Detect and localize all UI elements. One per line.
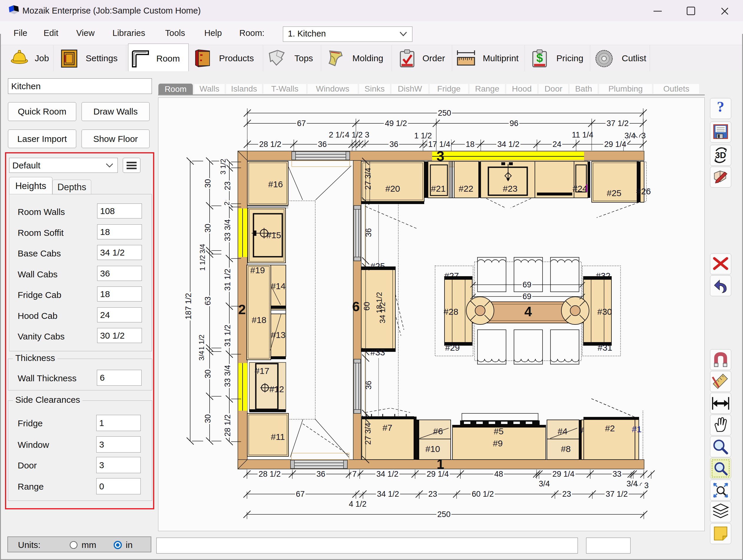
svg-text:4 1/2: 4 1/2 — [345, 130, 363, 139]
svg-text:34 1/2: 34 1/2 — [497, 140, 519, 149]
svg-text:28 1/2: 28 1/2 — [258, 470, 280, 478]
svg-text:#16: #16 — [268, 179, 283, 189]
svg-text:33: 33 — [613, 470, 621, 478]
svg-text:$: $ — [536, 51, 543, 64]
svg-text:36: 36 — [364, 228, 373, 237]
svg-text:36: 36 — [316, 470, 325, 478]
svg-text:#10: #10 — [425, 444, 440, 454]
svg-text:#19: #19 — [250, 265, 265, 275]
svg-text:29 1/4: 29 1/4 — [552, 470, 574, 478]
svg-text:2: 2 — [223, 201, 231, 205]
svg-text:34 1/2: 34 1/2 — [376, 470, 398, 478]
svg-text:3: 3 — [437, 148, 444, 164]
svg-text:3: 3 — [644, 481, 649, 490]
svg-text:3/4: 3/4 — [539, 479, 550, 488]
svg-text:3/4: 3/4 — [198, 351, 206, 360]
svg-text:#8: #8 — [561, 444, 570, 454]
svg-text:96: 96 — [510, 119, 518, 128]
svg-text:23: 23 — [562, 490, 571, 499]
svg-text:2: 2 — [238, 302, 246, 317]
svg-text:?: ? — [717, 98, 724, 115]
svg-text:#15: #15 — [266, 230, 281, 240]
svg-text:#18: #18 — [252, 315, 266, 325]
svg-text:31 1/2: 31 1/2 — [223, 268, 232, 291]
svg-text:#11: #11 — [271, 432, 285, 442]
svg-text:#17: #17 — [255, 366, 269, 376]
svg-text:250: 250 — [437, 510, 450, 519]
svg-text:#23: #23 — [503, 184, 518, 193]
svg-text:7: 7 — [352, 470, 356, 478]
svg-text:4: 4 — [524, 304, 532, 319]
svg-text:28 1/2: 28 1/2 — [223, 414, 232, 436]
svg-text:69: 69 — [523, 280, 531, 289]
svg-text:67: 67 — [296, 490, 305, 499]
svg-text:1 1/2: 1 1/2 — [199, 255, 206, 270]
svg-text:#13: #13 — [271, 330, 286, 340]
svg-text:3: 3 — [641, 131, 646, 140]
svg-text:250: 250 — [438, 109, 451, 118]
svg-text:6: 6 — [352, 299, 360, 314]
svg-text:31 1/2: 31 1/2 — [223, 325, 232, 347]
svg-text:1 1/2: 1 1/2 — [198, 335, 206, 350]
svg-text:#22: #22 — [458, 184, 473, 193]
svg-text:18: 18 — [466, 140, 475, 149]
svg-text:30: 30 — [204, 414, 212, 423]
svg-text:#12: #12 — [269, 384, 284, 394]
svg-text:33 3/4: 33 3/4 — [223, 219, 232, 241]
svg-text:29 1/4: 29 1/4 — [604, 140, 626, 149]
svg-text:37 1/2: 37 1/2 — [606, 490, 627, 499]
svg-text:33 3/4: 33 3/4 — [223, 365, 232, 387]
svg-text:63: 63 — [204, 297, 212, 305]
svg-text:67: 67 — [297, 119, 306, 128]
svg-text:30: 30 — [204, 224, 212, 232]
svg-text:60: 60 — [362, 302, 371, 311]
svg-text:187 1/2: 187 1/2 — [184, 293, 193, 319]
svg-text:1 1/2: 1 1/2 — [414, 131, 432, 140]
svg-text:#9: #9 — [493, 438, 502, 448]
svg-text:11 1/4: 11 1/4 — [572, 130, 593, 139]
svg-text:48: 48 — [494, 470, 503, 478]
svg-text:#2: #2 — [605, 423, 615, 433]
svg-text:28 1/2: 28 1/2 — [259, 140, 281, 149]
svg-text:#5: #5 — [494, 426, 504, 436]
svg-text:#26: #26 — [636, 186, 651, 196]
svg-text:#21: #21 — [431, 184, 446, 193]
svg-text:69: 69 — [523, 292, 531, 301]
svg-text:#31: #31 — [598, 343, 612, 352]
svg-text:#28: #28 — [444, 307, 458, 316]
svg-text:30: 30 — [204, 179, 212, 188]
svg-text:#25: #25 — [607, 188, 621, 198]
svg-text:60 1/2: 60 1/2 — [472, 490, 494, 499]
svg-text:36: 36 — [318, 140, 327, 149]
svg-text:#1: #1 — [632, 424, 642, 434]
svg-text:3/4: 3/4 — [199, 244, 206, 254]
svg-text:17 1/4: 17 1/4 — [428, 140, 450, 149]
svg-text:36: 36 — [389, 140, 398, 149]
svg-text:34 1/2: 34 1/2 — [377, 490, 399, 499]
svg-text:#4: #4 — [558, 426, 567, 436]
svg-text:#24: #24 — [573, 184, 587, 193]
svg-text:#7: #7 — [382, 423, 392, 432]
svg-text:34 1/2: 34 1/2 — [378, 302, 387, 323]
svg-text:29 1/4: 29 1/4 — [427, 470, 449, 478]
svg-text:#20: #20 — [385, 184, 400, 193]
svg-text:#33: #33 — [370, 347, 385, 357]
svg-text:2 1/2: 2 1/2 — [329, 130, 347, 139]
svg-text:4 1/2: 4 1/2 — [349, 500, 366, 509]
svg-text:36: 36 — [364, 381, 373, 390]
svg-text:#29: #29 — [445, 343, 460, 352]
svg-text:3: 3 — [365, 130, 369, 139]
svg-text:23: 23 — [428, 490, 437, 499]
svg-text:#6: #6 — [433, 426, 443, 436]
svg-text:24: 24 — [553, 140, 561, 149]
svg-text:27 3/4: 27 3/4 — [363, 168, 373, 189]
svg-text:#30: #30 — [597, 307, 612, 316]
svg-text:49 1/2: 49 1/2 — [385, 119, 407, 128]
svg-text:37 1/2: 37 1/2 — [606, 119, 628, 128]
svg-text:3 1/2: 3 1/2 — [219, 159, 227, 174]
svg-text:30: 30 — [204, 370, 212, 378]
svg-text:3/4: 3/4 — [624, 131, 636, 140]
svg-text:3D: 3D — [715, 150, 726, 160]
svg-text:23: 23 — [223, 181, 232, 190]
svg-text:27 3/4: 27 3/4 — [363, 423, 373, 444]
